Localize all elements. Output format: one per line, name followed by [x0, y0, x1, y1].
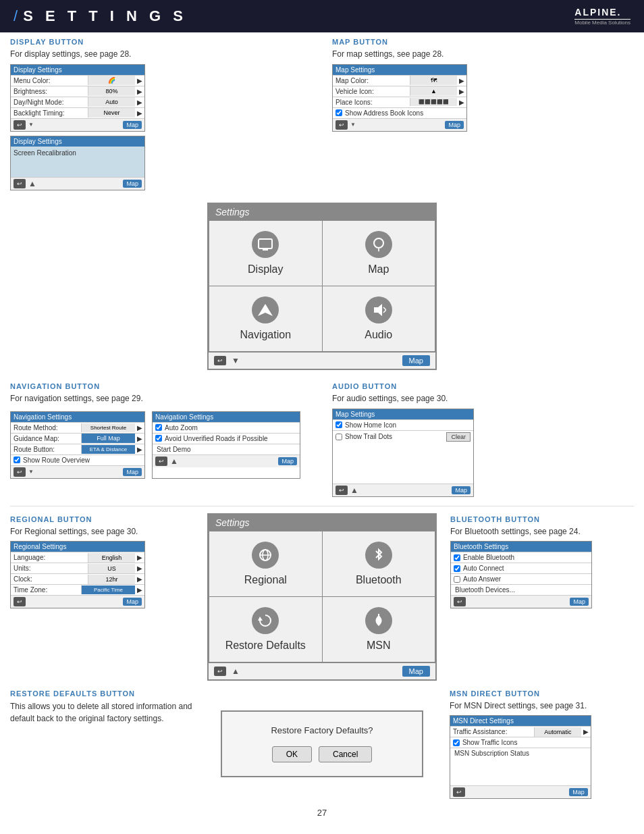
arrow-icon: ▶	[135, 554, 144, 561]
settings-cell-bluetooth[interactable]: Bluetooth	[323, 531, 435, 596]
restore-defaults-section: RESTORE DEFAULTS BUTTON This allows you …	[0, 684, 205, 805]
show-address-checkbox[interactable]	[336, 109, 342, 116]
arrow-icon: ▶	[457, 88, 466, 95]
row-label: Brightness:	[11, 86, 88, 97]
checkbox-row: Auto Zoom	[153, 422, 300, 433]
map-label: Map	[123, 468, 142, 476]
settings-box-footer-1: ↩ ▼ Map	[209, 352, 435, 369]
settings-cell-regional[interactable]: Regional	[209, 531, 322, 596]
auto-zoom-checkbox[interactable]	[155, 424, 162, 431]
settings-cell-display[interactable]: Display	[209, 221, 322, 286]
msn-desc: For MSN Direct settings, see page 31.	[450, 700, 634, 712]
checkbox-row: Show Traffic Icons	[450, 737, 591, 748]
auto-answer-checkbox[interactable]	[454, 576, 460, 583]
recalibration-table: Display Settings Screen Recalibration ↩ …	[10, 136, 145, 190]
arrow-icon: ▶	[581, 728, 591, 735]
dropdown-icon: ▼	[28, 469, 34, 475]
settings-cell-restore[interactable]: Restore Defaults	[209, 597, 322, 662]
table-row: Traffic Assistance: Automatic ▶	[450, 726, 591, 737]
audio-desc: For audio settings, see page 30.	[332, 393, 634, 405]
row-value: 80%	[88, 86, 135, 96]
empty-row	[333, 443, 473, 463]
up-arrow-icon: ▲	[170, 457, 178, 466]
back-button[interactable]: ↩	[155, 457, 167, 466]
restore-cancel-button[interactable]: Cancel	[319, 746, 372, 762]
table-footer: ↩ Map	[451, 595, 591, 608]
bluetooth-table-header: Bluetooth Settings	[451, 542, 591, 552]
settings-box-footer-2: ↩ ▲ Map	[209, 662, 435, 679]
settings-grid-2: Regional Bluetooth Restore Defaults	[209, 531, 435, 662]
svg-point-2	[374, 238, 383, 248]
back-button[interactable]: ↩	[214, 667, 226, 676]
map-label: Map	[123, 598, 142, 606]
row-value: 🌈	[88, 76, 135, 85]
regional-button-section: REGIONAL BUTTON For Regional settings, s…	[0, 510, 204, 684]
map-label: Map	[278, 457, 297, 465]
auto-connect-checkbox[interactable]	[454, 565, 460, 572]
row-label: Day/Night Mode:	[11, 97, 88, 107]
table-row: Units: US ▶	[11, 563, 144, 573]
restore-dialog-area: Restore Factory Defaults? OK Cancel	[205, 684, 439, 805]
map-label: Map	[123, 121, 142, 129]
row-value: English	[88, 553, 135, 563]
checkbox-label: Auto Answer	[463, 575, 501, 583]
back-button[interactable]: ↩	[336, 120, 348, 130]
show-home-icon-checkbox[interactable]	[336, 421, 342, 428]
map-section-title: MAP BUTTON	[332, 38, 634, 46]
restore-ok-button[interactable]: OK	[272, 746, 312, 762]
back-button[interactable]: ↩	[14, 120, 26, 130]
trail-dots-row: Show Trail Dots Clear	[333, 430, 473, 443]
regional-icon	[252, 542, 279, 569]
show-traffic-icons-checkbox[interactable]	[453, 739, 460, 746]
restore-dialog-text: Restore Factory Defaults?	[236, 725, 408, 735]
navigation-button-section: NAVIGATION BUTTON For navigation setting…	[0, 377, 322, 502]
settings-cell-audio[interactable]: Audio	[323, 286, 435, 351]
map-cell-label: Map	[368, 263, 389, 276]
table-footer: ↩ ▼ Map	[11, 465, 144, 478]
table-row: Brightness: 80% ▶	[11, 86, 144, 97]
nav-section-title: NAVIGATION BUTTON	[10, 382, 312, 390]
arrow-icon: ▶	[135, 446, 144, 453]
recal-text: Screen Recalibration	[14, 149, 76, 157]
map-label: Map	[445, 121, 464, 129]
recal-area: Screen Recalibration	[11, 147, 144, 177]
table-row: Start Demo	[153, 444, 300, 454]
audio-button-section: AUDIO BUTTON For audio settings, see pag…	[322, 377, 644, 502]
avoid-roads-checkbox[interactable]	[155, 435, 162, 442]
arrow-icon: ▶	[135, 565, 144, 572]
back-button[interactable]: ↩	[14, 467, 26, 477]
checkbox-label: Avoid Unverified Roads if Possible	[165, 435, 268, 442]
settings-cell-map[interactable]: Map	[323, 221, 435, 286]
table-row: Vehicle Icon: ▲ ▶	[333, 86, 466, 97]
row-label: Units:	[11, 563, 88, 573]
clear-button[interactable]: Clear	[446, 432, 471, 442]
empty-row	[450, 772, 591, 785]
row-label: Traffic Assistance:	[450, 727, 534, 737]
settings-cell-navigation[interactable]: Navigation	[209, 286, 322, 351]
back-button[interactable]: ↩	[454, 597, 466, 606]
bluetooth-desc: For Bluetooth settings, see page 24.	[450, 526, 634, 538]
empty-row	[450, 758, 591, 772]
table-row: Menu Color: 🌈 ▶	[11, 75, 144, 86]
bluetooth-settings-table: Bluetooth Settings Enable Bluetooth Auto…	[450, 541, 592, 608]
settings-cell-msn[interactable]: MSN	[323, 597, 435, 662]
show-trail-dots-checkbox[interactable]	[336, 434, 342, 440]
show-route-checkbox[interactable]	[14, 457, 20, 463]
row-label: Route Button:	[11, 444, 81, 454]
empty-row	[333, 463, 473, 484]
msn-settings-table: MSN Direct Settings Traffic Assistance: …	[450, 715, 591, 799]
map-label: Map	[569, 788, 588, 796]
page-number: 27	[0, 804, 644, 821]
map-desc: For map settings, see page 28.	[332, 49, 634, 60]
back-button[interactable]: ↩	[14, 597, 26, 606]
table-row: Route Method: Shortest Route ▶	[11, 422, 144, 433]
back-button[interactable]: ↩	[14, 179, 26, 188]
nav-audio-sections: NAVIGATION BUTTON For navigation setting…	[0, 377, 644, 502]
row-label: Menu Color:	[11, 76, 88, 86]
checkbox-label: Auto Zoom	[165, 424, 198, 432]
back-button[interactable]: ↩	[214, 356, 226, 365]
back-button[interactable]: ↩	[453, 787, 465, 797]
display-cell-label: Display	[248, 263, 283, 276]
enable-bluetooth-checkbox[interactable]	[454, 554, 460, 561]
back-button[interactable]: ↩	[336, 486, 348, 495]
